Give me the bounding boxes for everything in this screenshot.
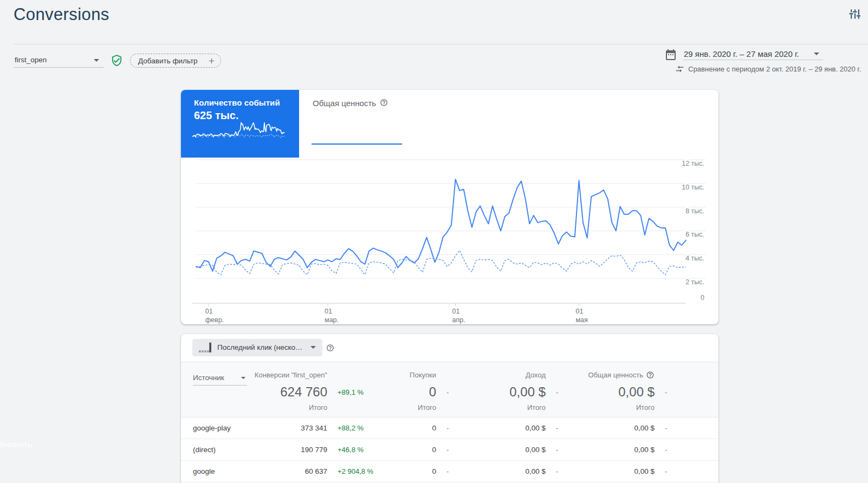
total-delta: - — [665, 388, 667, 396]
value-cell: 0,00 $ — [525, 424, 546, 432]
customize-report-button[interactable] — [847, 8, 860, 21]
add-filter-label: Добавить фильтр — [138, 57, 198, 65]
tab-event-count[interactable]: Количество событий 625 тыс. — [181, 90, 299, 158]
y-axis-label: 10 тыс. — [682, 184, 704, 191]
totals-caption: Итого — [418, 403, 436, 412]
comparison-period: Сравнение с периодом 2 окт. 2019 г. – 29… — [675, 64, 861, 73]
chevron-down-icon — [814, 53, 819, 55]
source-cell: google-play — [193, 424, 231, 432]
chart-line-dashed — [196, 251, 686, 275]
delta-cell: +46,8 % — [338, 446, 364, 454]
delta-cell: - — [446, 424, 449, 432]
y-axis-label: 4 тыс. — [685, 254, 704, 262]
refresh-snackbar-fragment[interactable]: Обновить — [0, 440, 33, 449]
value-cell: 0 — [432, 446, 436, 454]
value-cell: 373 341 — [301, 424, 327, 432]
delta-cell: +88,2 % — [338, 424, 364, 432]
table-row[interactable]: google60 637+2 904,8 %0-0,00 $-0,00 $- — [181, 461, 718, 482]
header-divider — [13, 44, 868, 44]
y-axis-label: 8 тыс. — [685, 207, 704, 215]
y-axis-label: 2 тыс. — [685, 278, 704, 286]
totals-caption: Итого — [309, 403, 327, 412]
chevron-down-icon — [94, 59, 99, 62]
x-axis-label: мар. — [325, 316, 339, 324]
column-header[interactable]: Конверсии "first_open" — [255, 371, 327, 379]
value-cell: 0,00 $ — [525, 446, 546, 454]
tab-total-value[interactable]: Общая ценность — [299, 90, 418, 158]
help-icon[interactable] — [646, 371, 655, 379]
table-row[interactable]: google-play373 341+88,2 %0-0,00 $-0,00 $… — [181, 417, 718, 439]
tune-icon — [847, 8, 860, 21]
delta-cell: - — [665, 467, 667, 475]
delta-cell: - — [556, 467, 558, 475]
attribution-model-select[interactable]: Последний клик (неско… — [192, 339, 322, 356]
event-count-sparkline — [192, 120, 286, 143]
date-range-value: 29 янв. 2020 г. – 27 мая 2020 г. — [684, 49, 816, 58]
table-header: Источник Конверсии "first_open"ПокупкиДо… — [181, 362, 718, 417]
total-value: 0 — [429, 384, 436, 400]
total-delta: - — [446, 388, 449, 396]
delta-cell: - — [446, 467, 449, 475]
table-row[interactable]: (direct)190 779+46,8 %0-0,00 $-0,00 $- — [181, 439, 718, 461]
add-filter-button[interactable]: Добавить фильтр — [130, 54, 221, 68]
y-axis-label: 12 тыс. — [682, 160, 704, 167]
value-cell: 0 — [432, 467, 436, 475]
column-header[interactable]: Покупки — [410, 371, 436, 379]
attribution-model-value: Последний клик (неско… — [217, 343, 303, 351]
source-cell: google — [193, 467, 215, 475]
tab-total-value-label: Общая ценность — [313, 99, 376, 108]
chart-line-solid — [196, 179, 686, 271]
comparison-label: Сравнение с периодом 2 окт. 2019 г. – 29… — [688, 65, 861, 73]
x-axis-label: 01 — [205, 308, 213, 315]
delta-cell: - — [556, 446, 558, 454]
x-axis-label: 01 — [325, 308, 332, 315]
events-chart-card: Количество событий 625 тыс. Общая ценнос… — [181, 90, 718, 324]
value-cell: 190 779 — [301, 446, 327, 454]
calendar-icon — [664, 48, 677, 61]
table-rows: google-play373 341+88,2 %0-0,00 $-0,00 $… — [181, 417, 718, 482]
x-axis-label: 01 — [452, 308, 460, 315]
help-icon[interactable] — [326, 344, 334, 352]
compare-arrows-icon — [675, 64, 684, 74]
source-cell: (direct) — [193, 446, 216, 454]
x-axis-label: апр. — [452, 316, 465, 324]
dimension-value: Источник — [193, 374, 224, 382]
totals-caption: Итого — [636, 403, 655, 412]
dimension-select[interactable]: Источник — [193, 371, 247, 386]
page-title: Conversions — [14, 5, 109, 24]
y-axis-label: 6 тыс. — [685, 231, 704, 238]
total-value: 0,00 $ — [618, 384, 655, 400]
column-header[interactable]: Доход — [526, 371, 546, 379]
value-cell: 0,00 $ — [634, 446, 655, 454]
delta-cell: +2 904,8 % — [338, 467, 373, 475]
delta-cell: - — [665, 424, 667, 432]
verified-shield-icon — [111, 54, 123, 67]
column-header[interactable]: Общая ценность — [588, 371, 643, 379]
delta-cell: - — [446, 446, 449, 454]
events-line-chart: 12 тыс.10 тыс.8 тыс.6 тыс.4 тыс.2 тыс.00… — [181, 151, 718, 324]
plus-icon — [208, 57, 216, 65]
conversion-event-value: first_open — [15, 56, 47, 64]
value-cell: 0,00 $ — [525, 467, 546, 475]
totals-caption: Итого — [527, 403, 546, 412]
value-cell: 60 637 — [305, 467, 327, 475]
total-value: 0,00 $ — [509, 384, 546, 400]
value-cell: 0,00 $ — [634, 424, 655, 432]
conversion-event-select[interactable]: first_open — [14, 54, 103, 68]
help-icon[interactable] — [380, 99, 388, 107]
value-cell: 0 — [432, 424, 436, 432]
x-axis-label: февр. — [205, 316, 224, 324]
sources-table-card: Последний клик (неско… Источник Конверси… — [181, 334, 718, 483]
total-delta: - — [556, 388, 558, 396]
x-axis-label: 01 — [575, 308, 583, 315]
total-value-sparkline-flat — [312, 143, 402, 145]
value-cell: 0,00 $ — [634, 467, 655, 475]
chevron-down-icon — [310, 346, 316, 349]
delta-cell: - — [556, 424, 558, 432]
x-axis-label: мая — [575, 316, 587, 324]
delta-cell: - — [665, 446, 667, 454]
last-click-attribution-icon — [198, 342, 211, 354]
chevron-down-icon — [241, 377, 245, 379]
tab-event-count-label: Количество событий — [194, 98, 280, 107]
total-value: 624 760 — [280, 384, 327, 400]
